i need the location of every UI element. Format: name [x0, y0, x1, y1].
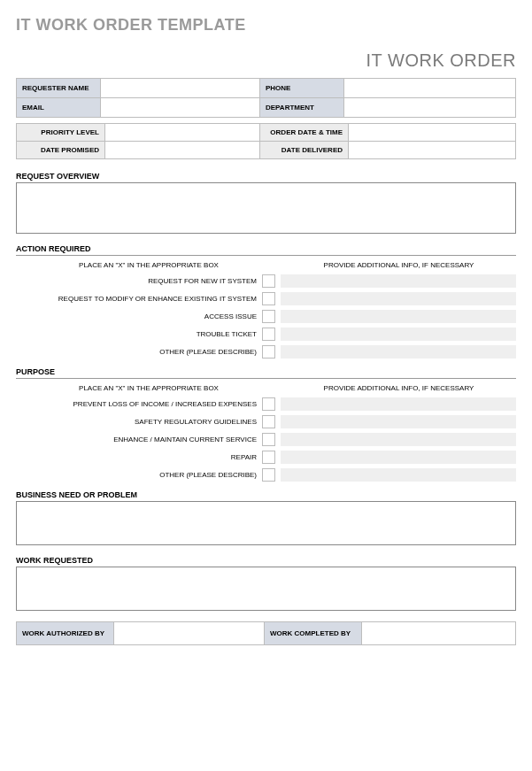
work-requested-heading: WORK REQUESTED: [16, 556, 516, 565]
instruction-left: PLACE AN "X" IN THE APPROPRIATE BOX: [16, 384, 281, 392]
order-date-field[interactable]: [349, 124, 516, 142]
action-item-row: OTHER (PLEASE DESCRIBE): [16, 345, 516, 359]
action-item-label: OTHER (PLEASE DESCRIBE): [16, 348, 262, 356]
action-item-info-field[interactable]: [281, 292, 516, 305]
footer-table: WORK AUTHORIZED BY WORK COMPLETED BY: [16, 621, 516, 645]
email-label: EMAIL: [17, 98, 101, 118]
order-date-label: ORDER DATE & TIME: [260, 124, 349, 142]
action-item-info-field[interactable]: [281, 345, 516, 359]
action-item-checkbox[interactable]: [262, 328, 275, 341]
action-item-label: REQUEST TO MODIFY OR ENHANCE EXISTING IT…: [16, 295, 262, 303]
date-promised-field[interactable]: [105, 142, 260, 159]
purpose-item-row: SAFETY REGULATORY GUIDELINES: [16, 415, 516, 428]
purpose-item-label: OTHER (PLEASE DESCRIBE): [16, 471, 262, 479]
purpose-item-label: REPAIR: [16, 453, 262, 461]
priority-field[interactable]: [105, 124, 260, 142]
action-item-row: ACCESS ISSUE: [16, 310, 516, 323]
phone-field[interactable]: [344, 79, 516, 98]
purpose-item-checkbox[interactable]: [262, 397, 275, 411]
requester-name-label: REQUESTER NAME: [17, 79, 101, 98]
action-item-info-field[interactable]: [281, 310, 516, 323]
priority-label: PRIORITY LEVEL: [17, 124, 105, 142]
purpose-item-info-field[interactable]: [281, 468, 516, 482]
purpose-item-checkbox[interactable]: [262, 433, 275, 446]
divider: [16, 378, 516, 379]
action-item-label: TROUBLE TICKET: [16, 330, 262, 338]
requester-name-field[interactable]: [101, 79, 260, 98]
action-item-info-field[interactable]: [281, 274, 516, 288]
purpose-item-checkbox[interactable]: [262, 415, 275, 428]
date-delivered-field[interactable]: [349, 142, 516, 159]
page-title: IT WORK ORDER TEMPLATE: [16, 16, 516, 35]
purpose-item-info-field[interactable]: [281, 433, 516, 446]
date-delivered-label: DATE DELIVERED: [260, 142, 349, 159]
divider: [16, 255, 516, 256]
work-requested-box[interactable]: [16, 567, 516, 611]
purpose-item-label: SAFETY REGULATORY GUIDELINES: [16, 418, 262, 426]
purpose-item-info-field[interactable]: [281, 397, 516, 411]
department-field[interactable]: [344, 98, 516, 118]
requester-info-table: REQUESTER NAME PHONE EMAIL DEPARTMENT: [16, 78, 516, 118]
action-item-info-field[interactable]: [281, 328, 516, 341]
action-item-checkbox[interactable]: [262, 310, 275, 323]
instruction-right: PROVIDE ADDITIONAL INFO, IF NECESSARY: [281, 384, 516, 392]
action-item-checkbox[interactable]: [262, 274, 275, 288]
action-instructions: PLACE AN "X" IN THE APPROPRIATE BOX PROV…: [16, 261, 516, 269]
purpose-item-checkbox[interactable]: [262, 468, 275, 482]
action-item-row: REQUEST FOR NEW IT SYSTEM: [16, 274, 516, 288]
purpose-instructions: PLACE AN "X" IN THE APPROPRIATE BOX PROV…: [16, 384, 516, 392]
action-item-row: REQUEST TO MODIFY OR ENHANCE EXISTING IT…: [16, 292, 516, 305]
purpose-item-label: ENHANCE / MAINTAIN CURRENT SERVICE: [16, 436, 262, 443]
order-info-table: PRIORITY LEVEL ORDER DATE & TIME DATE PR…: [16, 123, 516, 159]
form-title: IT WORK ORDER: [16, 50, 516, 71]
purpose-item-row: PREVENT LOSS OF INCOME / INCREASED EXPEN…: [16, 397, 516, 411]
action-item-label: REQUEST FOR NEW IT SYSTEM: [16, 277, 262, 285]
purpose-item-label: PREVENT LOSS OF INCOME / INCREASED EXPEN…: [16, 400, 262, 408]
authorized-field[interactable]: [114, 622, 265, 645]
action-item-row: TROUBLE TICKET: [16, 328, 516, 341]
instruction-left: PLACE AN "X" IN THE APPROPRIATE BOX: [16, 261, 281, 269]
phone-label: PHONE: [260, 79, 344, 98]
request-overview-heading: REQUEST OVERVIEW: [16, 172, 516, 181]
request-overview-box[interactable]: [16, 182, 516, 234]
authorized-label: WORK AUTHORIZED BY: [17, 622, 114, 645]
action-item-checkbox[interactable]: [262, 292, 275, 305]
purpose-item-row: OTHER (PLEASE DESCRIBE): [16, 468, 516, 482]
purpose-item-info-field[interactable]: [281, 415, 516, 428]
completed-label: WORK COMPLETED BY: [265, 622, 362, 645]
completed-field[interactable]: [362, 622, 516, 645]
business-need-heading: BUSINESS NEED OR PROBLEM: [16, 490, 516, 499]
action-item-label: ACCESS ISSUE: [16, 312, 262, 320]
action-required-heading: ACTION REQUIRED: [16, 244, 516, 253]
instruction-right: PROVIDE ADDITIONAL INFO, IF NECESSARY: [281, 261, 516, 269]
purpose-item-info-field[interactable]: [281, 451, 516, 464]
action-item-checkbox[interactable]: [262, 345, 275, 359]
email-field[interactable]: [101, 98, 260, 118]
purpose-heading: PURPOSE: [16, 367, 516, 376]
department-label: DEPARTMENT: [260, 98, 344, 118]
purpose-item-checkbox[interactable]: [262, 451, 275, 464]
business-need-box[interactable]: [16, 501, 516, 545]
purpose-item-row: ENHANCE / MAINTAIN CURRENT SERVICE: [16, 433, 516, 446]
date-promised-label: DATE PROMISED: [17, 142, 105, 159]
purpose-item-row: REPAIR: [16, 451, 516, 464]
